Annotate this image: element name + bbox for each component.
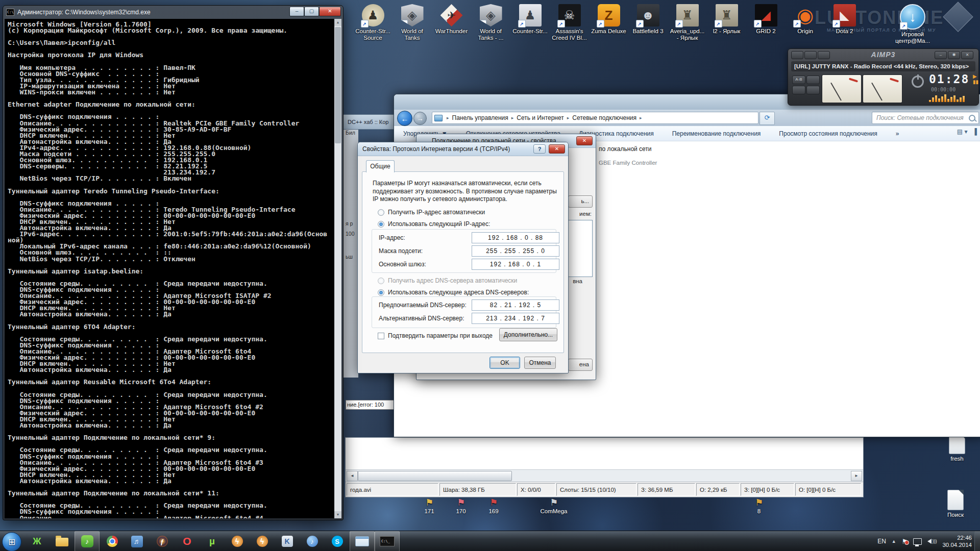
breadcrumb[interactable]: ▸ Панель управления ▸ Сеть и Интернет ▸ …	[432, 112, 758, 124]
apexdc-icon[interactable]: ϟ	[250, 531, 275, 551]
warthunder-icon[interactable]: ✈ ↗ WarThunder	[432, 4, 471, 41]
poisk-file-icon[interactable]: Поиск	[937, 490, 974, 518]
dota-2-icon[interactable]: ◣ ↗ Dota 2	[825, 4, 864, 41]
clock[interactable]: 22:46 30.04.2014	[942, 534, 972, 548]
checkbox-icon[interactable]	[378, 333, 384, 339]
itunes-icon[interactable]: ♪	[300, 531, 325, 551]
origin-icon[interactable]: ◉ ↗ Origin	[786, 4, 825, 41]
kmplayer-icon[interactable]: K	[275, 531, 300, 551]
toolbar-item[interactable]: »	[896, 130, 899, 137]
radio-icon-selected[interactable]	[378, 221, 384, 228]
aimp-playlist-button[interactable]	[792, 86, 805, 94]
aimp-title-bar[interactable]: AIMP3 – ✱ ✕	[788, 49, 978, 61]
minimize-button[interactable]: –	[935, 51, 947, 59]
aimp-shuffle-button[interactable]	[806, 76, 820, 84]
volume-icon[interactable]: )))	[927, 539, 937, 544]
show-desktop-button[interactable]	[974, 531, 980, 551]
grid-2-icon[interactable]: ◢ ↗ GRID 2	[746, 4, 786, 41]
hub-commega-icon[interactable]: ⚑ ComMega	[526, 497, 582, 514]
hub-8-icon[interactable]: ⚑ 8	[741, 497, 777, 514]
cancel-button[interactable]: Отмена	[524, 357, 556, 369]
tray-expand-icon[interactable]: ▲	[892, 539, 896, 544]
refresh-icon[interactable]: ⟳	[760, 112, 775, 125]
advanced-button[interactable]: Дополнительно...	[499, 328, 557, 341]
maximize-button[interactable]: ▢	[304, 7, 319, 16]
close-icon[interactable]: ✕	[576, 136, 593, 145]
scrollbar-thumb[interactable]	[335, 27, 341, 143]
radio-manual-ip[interactable]: Использовать следующий IP-адрес:	[378, 220, 490, 228]
assassins-creed-4-icon[interactable]: ☠ ↗ Assassin'sCreed IV Bl...	[550, 4, 589, 41]
back-button[interactable]: ←	[397, 111, 412, 126]
preview-pane-icon[interactable]: ▐	[972, 128, 977, 135]
help-icon[interactable]: ?	[533, 144, 546, 154]
close-icon[interactable]: ✕	[549, 144, 565, 154]
hub-171-icon[interactable]: ⚑ 171	[411, 497, 447, 514]
pin-button[interactable]: ✱	[948, 51, 960, 59]
breadcrumb-item[interactable]: Сеть и Интернет	[517, 114, 564, 121]
forward-button[interactable]: →	[413, 112, 427, 125]
validate-checkbox-row[interactable]: Подтвердить параметры при выходе	[378, 332, 493, 339]
battlefield-3-icon[interactable]: ☻ ↗ Battlefield 3	[628, 4, 668, 41]
scroll-down-icon[interactable]: ▼	[334, 511, 341, 518]
chrome-icon[interactable]	[100, 531, 125, 551]
l2-shortcut-icon[interactable]: ♜ ↗ l2 - Ярлык	[707, 4, 746, 41]
music-app-icon[interactable]: ♬	[125, 531, 150, 551]
alternate-dns-field[interactable]: 213 . 234 . 192 . 7	[472, 313, 559, 324]
minimize-button[interactable]: –	[289, 7, 304, 16]
aimp-ab-button[interactable]: A-B	[792, 76, 805, 84]
configure-button-fragment[interactable]: ь...	[568, 195, 593, 208]
zuma-deluxe-icon[interactable]: Z ↗ Zuma Deluxe	[589, 4, 628, 41]
explorer-icon[interactable]	[50, 531, 75, 551]
dcpp-window-title-fragment[interactable]: DC++ хаб :: Кор	[343, 114, 394, 130]
scroll-up-icon[interactable]: ▲	[334, 19, 341, 26]
hub-170-icon[interactable]: ⚑ 170	[443, 497, 479, 514]
radio-icon[interactable]	[378, 209, 384, 216]
network-tray-icon[interactable]	[913, 538, 922, 545]
opera-icon[interactable]: O	[175, 531, 200, 551]
utorrent-icon[interactable]: µ	[200, 531, 225, 551]
scrollbar-thumb[interactable]	[358, 471, 512, 481]
search-input[interactable]: Поиск: Сетевые подключения	[872, 112, 979, 124]
close-button[interactable]: ✕	[319, 7, 341, 16]
action-center-flag-icon[interactable]: ⚑	[902, 538, 908, 545]
game-center-icon[interactable]: ↓ ↗ Игровойцентр@Ма...	[892, 4, 933, 44]
power-icon[interactable]	[912, 76, 924, 88]
network-connections-window-icon[interactable]	[350, 531, 375, 551]
aimp-icon[interactable]: ♪	[75, 531, 100, 551]
toolbar-item[interactable]: Просмотр состояния подключения	[779, 130, 877, 137]
counter-strike-icon[interactable]: ♟ ↗ Counter-Str...	[510, 4, 550, 41]
butterfly-app-icon[interactable]: Ж	[24, 531, 50, 551]
flylinkdc-icon[interactable]: ϟ	[225, 531, 250, 551]
fresh-file-icon[interactable]: fresh	[938, 434, 976, 462]
toolbar-item[interactable]: Переименование подключения	[672, 130, 761, 137]
averia-shortcut-icon[interactable]: ♜ ↗ Averia_upd...- Ярлык	[668, 4, 707, 41]
breadcrumb-item[interactable]: Панель управления	[452, 114, 508, 121]
components-list-fragment[interactable]	[566, 220, 593, 277]
preferred-dns-field[interactable]: 82 . 21 . 192 . 5	[472, 299, 559, 311]
ip-address-field[interactable]: 192 . 168 . 0 . 88	[472, 232, 559, 243]
counter-strike-source-icon[interactable]: ♟ ↗ Counter-Str...Source	[353, 4, 393, 41]
cmd-scrollbar[interactable]: ▲ ▼	[334, 19, 341, 518]
radio-icon-selected[interactable]	[378, 289, 384, 296]
close-button[interactable]: ✕	[961, 51, 973, 59]
cmd-window-icon[interactable]: C:\_	[375, 531, 400, 551]
cmd-console[interactable]: Microsoft Windows [Version 6.1.7600] (c)…	[5, 19, 334, 518]
subnet-mask-field[interactable]: 255 . 255 . 255 . 0	[472, 245, 559, 257]
skype-icon[interactable]: S	[325, 531, 350, 551]
gateway-field[interactable]: 192 . 168 . 0 . 1	[472, 259, 559, 270]
world-of-tanks-2-icon[interactable]: ◈ ↗ World ofTanks - ...	[471, 4, 510, 41]
hub-169-icon[interactable]: ⚑ 169	[476, 497, 511, 514]
scroll-left-icon[interactable]: ◄	[347, 471, 358, 481]
radio-manual-dns[interactable]: Использовать следующие адреса DNS-сервер…	[378, 289, 529, 296]
dcpp-horizontal-scrollbar[interactable]: ◄ ►	[346, 469, 863, 482]
world-of-tanks-icon[interactable]: ◈ ↗ World ofTanks	[393, 4, 432, 41]
language-indicator[interactable]: EN	[877, 538, 886, 545]
scroll-right-icon[interactable]: ►	[851, 471, 862, 481]
start-button[interactable]: ⊞	[2, 532, 21, 551]
radio-auto-ip[interactable]: Получить IP-адрес автоматически	[378, 209, 485, 216]
tab-general[interactable]: Общие	[366, 160, 395, 172]
connection-tile-name-fragment[interactable]: по локальной сети	[599, 145, 652, 153]
fl-studio-icon[interactable]: ƒ	[150, 531, 175, 551]
aimp-eq-button[interactable]	[806, 86, 820, 94]
breadcrumb-item[interactable]: Сетевые подключения	[572, 114, 636, 121]
